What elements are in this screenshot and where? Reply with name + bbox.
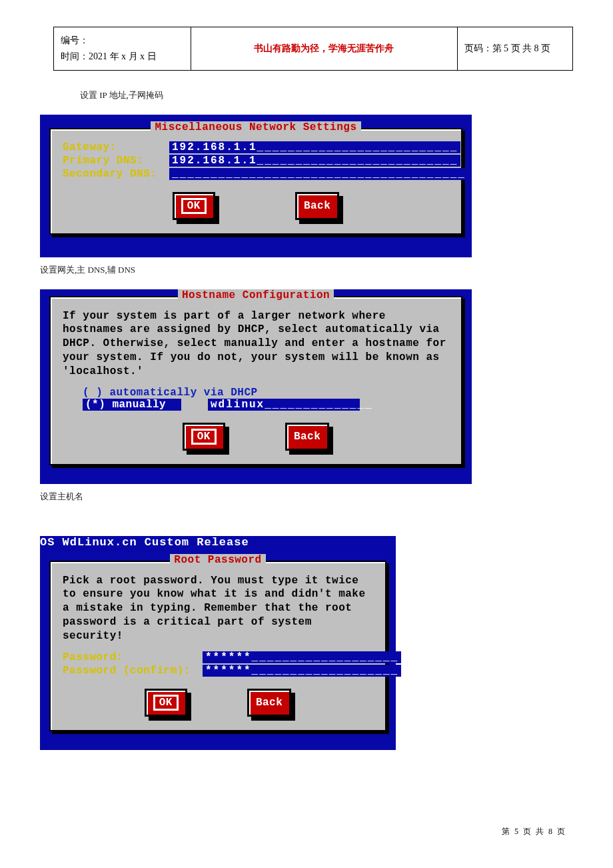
password-confirm-input[interactable]: ******___________________ [203, 665, 401, 677]
caption-hostname: 设置主机名 [40, 491, 573, 503]
password-confirm-label: Password (confirm): [63, 665, 203, 677]
ok-label: OK [153, 695, 179, 711]
screen-network: Miscellaneous Network Settings Gateway: … [40, 115, 472, 257]
serial-label: 编号： [61, 35, 89, 45]
screen-hostname: Hostname Configuration If your system is… [40, 289, 472, 484]
rootpw-body: Pick a root password. You must type it t… [63, 574, 373, 643]
header-left: 编号： 时间：2021 年 x 月 x 日 [54, 27, 191, 71]
panel-hostname: Hostname Configuration If your system is… [49, 296, 462, 465]
caption-dns: 设置网关,主 DNS,辅 DNS [40, 264, 573, 276]
ok-button[interactable]: OK [145, 689, 187, 717]
screen-rootpw: OS WdLinux.cn Custom Release Root Passwo… [40, 536, 396, 750]
panel-rootpw: Root Password Pick a root password. You … [49, 561, 386, 731]
panel-title-hostname: Hostname Configuration [178, 289, 334, 301]
secondary-dns-input[interactable]: ______________________________________ [169, 168, 468, 180]
gateway-label: Gateway: [63, 141, 169, 153]
page-value: 第 5 页 共 8 页 [492, 43, 551, 53]
back-label: Back [304, 200, 330, 212]
caption-ip: 设置 IP 地址,子网掩码 [80, 89, 573, 101]
header-table: 编号： 时间：2021 年 x 月 x 日 书山有路勤为径，学海无涯苦作舟 页码… [53, 27, 573, 71]
hostname-body: If your system is part of a larger netwo… [63, 309, 449, 379]
password-label: Password: [63, 651, 203, 663]
time-label: 时间： [61, 51, 89, 61]
page-footer: 第 5 页 共 8 页 [502, 826, 566, 837]
time-value: 2021 年 x 月 x 日 [89, 51, 157, 61]
panel-title-network: Miscellaneous Network Settings [151, 121, 360, 133]
back-button[interactable]: Back [295, 192, 339, 220]
header-page: 页码：第 5 页 共 8 页 [457, 27, 572, 71]
password-input[interactable]: ******___________________ [203, 651, 401, 663]
primary-dns-label: Primary DNS: [63, 155, 169, 167]
back-label: Back [294, 431, 320, 443]
hostname-input[interactable]: wdlinux______________ [208, 399, 360, 411]
ok-button[interactable]: OK [173, 192, 215, 220]
ok-button[interactable]: OK [183, 423, 225, 451]
back-button[interactable]: Back [285, 423, 329, 451]
gateway-input[interactable]: 192.168.1.1__________________________ [169, 141, 460, 153]
back-button[interactable]: Back [247, 689, 291, 717]
primary-dns-input[interactable]: 192.168.1.1__________________________ [169, 155, 460, 167]
secondary-dns-label: Secondary DNS: [63, 168, 169, 180]
ok-label: OK [191, 429, 217, 445]
panel-network: Miscellaneous Network Settings Gateway: … [49, 128, 462, 235]
page-label: 页码： [464, 43, 492, 53]
header-motto: 书山有路勤为径，学海无涯苦作舟 [191, 27, 457, 71]
radio-manual-label: (*) manually [83, 399, 181, 411]
panel-title-rootpw: Root Password [170, 554, 265, 566]
ok-label: OK [181, 198, 207, 214]
radio-auto-dhcp[interactable]: ( ) automatically via DHCP [83, 387, 258, 399]
radio-manual[interactable]: (*) manually [83, 399, 181, 411]
back-label: Back [256, 697, 283, 709]
